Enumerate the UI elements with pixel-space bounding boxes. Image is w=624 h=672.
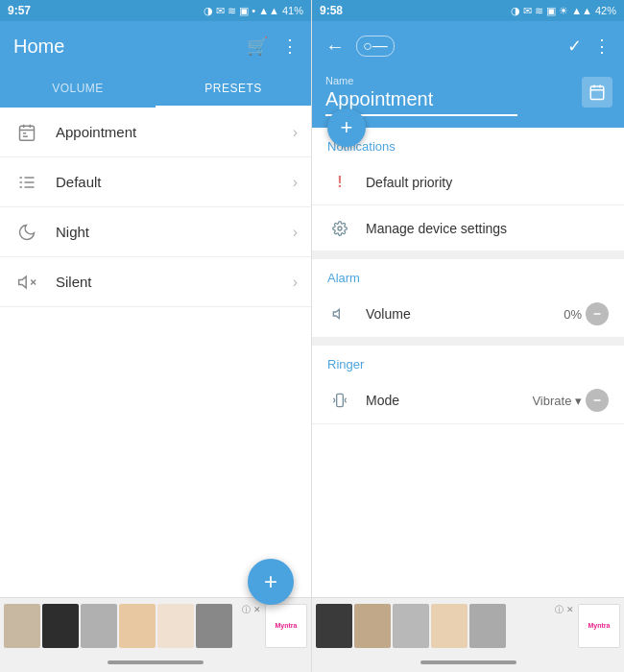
ad-thumb-4	[119, 604, 156, 648]
right-status-time: 9:58	[320, 4, 343, 17]
night-label: Night	[56, 224, 293, 240]
default-icon	[13, 169, 40, 196]
default-label: Default	[56, 174, 293, 190]
ad-logo[interactable]: Myntra	[265, 604, 307, 648]
appointment-chevron: ›	[293, 124, 298, 141]
default-chevron: ›	[293, 174, 298, 191]
left-ad-bar: ⓘ ✕ Myntra	[0, 597, 311, 653]
list-item-night[interactable]: Night ›	[0, 207, 311, 257]
left-status-time: 9:57	[8, 4, 31, 17]
exclamation-icon: !	[327, 174, 352, 191]
right-add-button[interactable]: +	[327, 108, 366, 147]
alarm-header: Alarm	[312, 259, 624, 291]
left-header-title: Home	[13, 36, 64, 58]
ringer-header: Ringer	[312, 346, 624, 377]
night-chevron: ›	[293, 224, 298, 241]
back-icon[interactable]: ←	[325, 36, 345, 58]
ad-thumb-3	[81, 604, 117, 648]
left-header: Home 🛒 ⋮	[0, 21, 311, 71]
cart-icon[interactable]: 🛒	[247, 36, 268, 57]
left-fab[interactable]: +	[248, 559, 294, 605]
silent-icon	[13, 269, 40, 296]
svg-marker-19	[333, 309, 339, 318]
svg-rect-21	[337, 394, 344, 406]
tabs: VOLUME PRESETS	[0, 71, 311, 108]
left-status-wifi: ▲▲	[258, 5, 279, 16]
priority-item[interactable]: ! Default priority	[312, 159, 624, 205]
right-header: ← ○— ✓ ⋮	[312, 21, 624, 71]
ad-sponsored-icon: ⓘ ✕	[240, 602, 263, 618]
ringer-mode-item[interactable]: Mode Vibrate ▾	[312, 377, 624, 424]
left-fab-icon: +	[264, 568, 277, 595]
right-home-indicator	[312, 653, 624, 672]
appointment-icon	[13, 119, 40, 146]
right-status-wifi: ▲▲	[571, 5, 592, 16]
svg-rect-0	[20, 126, 35, 140]
left-home-indicator	[0, 653, 311, 672]
ringer-mode-label: Mode	[366, 393, 532, 408]
svg-rect-14	[590, 86, 604, 100]
ad-thumb-6	[196, 604, 232, 648]
ad-thumb-2	[42, 604, 79, 648]
ad-thumb-1	[4, 604, 40, 648]
left-header-actions: 🛒 ⋮	[247, 36, 298, 57]
divider-1	[312, 252, 624, 259]
night-icon	[13, 219, 40, 246]
left-status-icons: ◑ ✉ ≋ ▣ • ▲▲ 41%	[204, 5, 303, 17]
presets-list: Appointment › Default › Night ›	[0, 108, 311, 597]
ringer-mode-minus[interactable]	[586, 389, 609, 412]
alarm-volume-minus[interactable]	[586, 302, 609, 325]
left-status-signal: ◑ ✉ ≋ ▣ •	[204, 5, 255, 17]
lock-icon[interactable]: ○—	[356, 36, 395, 57]
right-home-bar	[420, 660, 516, 664]
settings-gear-icon	[327, 221, 352, 236]
tab-presets[interactable]: PRESETS	[156, 71, 311, 108]
svg-point-18	[338, 227, 342, 230]
silent-label: Silent	[56, 274, 293, 290]
alarm-volume-item[interactable]: Volume 0%	[312, 291, 624, 338]
right-add-icon: +	[341, 115, 353, 140]
calendar-icon[interactable]	[582, 77, 612, 108]
ad-thumb-5	[157, 604, 194, 648]
check-icon[interactable]: ✓	[567, 36, 582, 57]
priority-label: Default priority	[366, 175, 609, 190]
tab-volume[interactable]: VOLUME	[0, 71, 156, 108]
silent-chevron: ›	[293, 274, 298, 291]
r-ad-thumb-1	[316, 604, 352, 648]
left-status-battery: 41%	[282, 5, 303, 16]
divider-2	[312, 338, 624, 346]
right-status-battery: 42%	[595, 5, 616, 16]
vibrate-icon	[327, 393, 352, 408]
list-item-silent[interactable]: Silent ›	[0, 257, 311, 307]
more-icon[interactable]: ⋮	[281, 36, 298, 57]
r-ad-thumb-3	[393, 604, 429, 648]
volume-icon	[327, 306, 352, 322]
left-panel: 9:57 ◑ ✉ ≋ ▣ • ▲▲ 41% Home 🛒 ⋮ VOLUME PR…	[0, 0, 312, 672]
list-item-default[interactable]: Default ›	[0, 157, 311, 207]
r-ad-thumb-4	[431, 604, 468, 648]
device-settings-item[interactable]: Manage device settings	[312, 205, 624, 252]
right-status-bar: 9:58 ◑ ✉ ≋ ▣ ☀ ▲▲ 42%	[312, 0, 624, 21]
ringer-mode-value[interactable]: Vibrate ▾	[532, 394, 582, 408]
left-status-bar: 9:57 ◑ ✉ ≋ ▣ • ▲▲ 41%	[0, 0, 311, 21]
right-panel: 9:58 ◑ ✉ ≋ ▣ ☀ ▲▲ 42% ← ○— ✓ ⋮ Name +	[312, 0, 624, 672]
r-ad-thumb-2	[354, 604, 391, 648]
appointment-label: Appointment	[56, 124, 293, 140]
right-ad-logo[interactable]: Myntra	[578, 604, 620, 648]
right-ad-bar: ⓘ ✕ Myntra	[312, 597, 624, 653]
right-content: Notifications ! Default priority Manage …	[312, 128, 624, 597]
name-label: Name	[325, 75, 611, 86]
right-more-icon[interactable]: ⋮	[593, 36, 611, 57]
alarm-volume-value: 0%	[564, 307, 582, 322]
right-status-signal: ◑ ✉ ≋ ▣ ☀	[511, 5, 568, 17]
device-settings-label: Manage device settings	[366, 221, 609, 236]
alarm-volume-label: Volume	[366, 306, 564, 322]
r-ad-thumb-5	[469, 604, 506, 648]
list-item-appointment[interactable]: Appointment ›	[0, 108, 311, 157]
right-status-icons: ◑ ✉ ≋ ▣ ☀ ▲▲ 42%	[511, 5, 616, 17]
right-ad-sponsored-icon: ⓘ ✕	[553, 602, 576, 618]
left-home-bar	[108, 660, 204, 664]
